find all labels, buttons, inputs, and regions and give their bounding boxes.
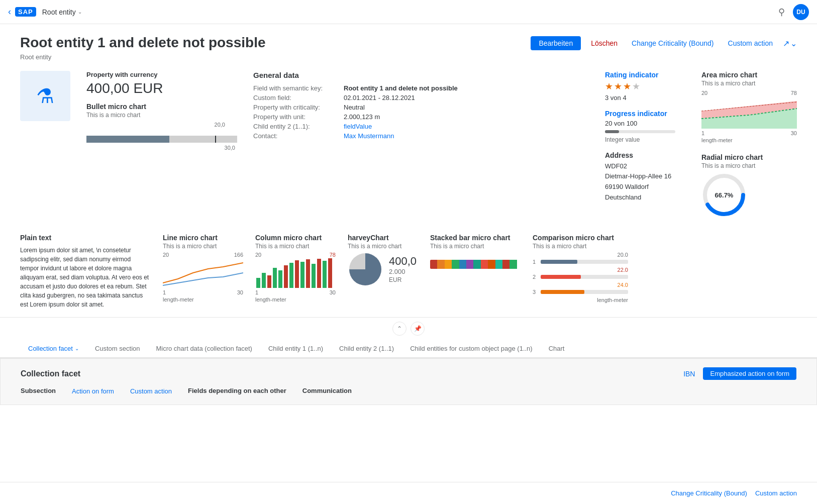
sap-logo-box: SAP	[15, 7, 36, 17]
stacked-seg-8	[481, 260, 488, 269]
line-chart-subtitle: This is a micro chart	[163, 243, 243, 250]
bullet-top-label: 20,0	[86, 122, 237, 128]
top-navigation: ‹ SAP Root entity ⌄ ⚲ DU	[0, 0, 817, 24]
radial-chart-label: 66.7%	[715, 191, 734, 198]
stacked-seg-4	[452, 260, 459, 269]
line-chart-unit: length-meter	[163, 296, 243, 303]
bearbeiten-button[interactable]: Bearbeiten	[531, 36, 581, 50]
nav-right: ⚲ DU	[778, 4, 809, 20]
column-chart-svg	[255, 258, 336, 288]
tab-label-3: Child entity 1 (1..n)	[268, 345, 323, 352]
star-4: ★	[632, 81, 640, 92]
svg-rect-11	[278, 270, 282, 288]
collapse-up-button[interactable]: ⌃	[392, 322, 406, 336]
pin-button[interactable]: 📌	[411, 322, 425, 336]
entity-label: Root entity	[42, 8, 76, 16]
comp-bar-fill-2	[541, 275, 581, 279]
plain-text-title: Plain text	[20, 234, 151, 242]
more-actions-button[interactable]: ⌄	[790, 39, 797, 48]
flask-icon: ⚗	[36, 84, 54, 108]
right-panel: Rating indicator ★ ★ ★ ★ 3 von 4 Progres…	[605, 71, 797, 218]
field-value-4[interactable]: fieldValue	[344, 123, 372, 130]
radial-chart-section: Radial micro chart This is a micro chart…	[701, 153, 797, 218]
change-criticality-button[interactable]: Change Criticality (Bound)	[628, 36, 718, 50]
ibn-button[interactable]: IBN	[679, 367, 699, 381]
area-chart-unit: length-meter	[701, 137, 797, 143]
sap-logo: SAP	[15, 7, 36, 17]
comp-mid-label: 22.0	[533, 267, 628, 273]
area-top-right: 78	[791, 90, 797, 96]
line-chart-container: 20 166 1 30	[163, 252, 243, 295]
comp-label-1: 1	[533, 259, 539, 265]
column-bottom-left: 1	[255, 289, 258, 295]
stacked-bar-subtitle: This is a micro chart	[430, 243, 521, 250]
property-currency-section: Property with currency 400,00 EUR Bullet…	[86, 71, 237, 218]
field-label-4: Child entity 2 (1..1):	[253, 123, 344, 130]
bullet-chart-section: Bullet micro chart This is a micro chart…	[86, 103, 237, 151]
column-chart-container: 20 78	[255, 252, 336, 295]
general-data-section: General data Field with semantic key: Ro…	[253, 71, 458, 218]
tab-col-action-form: Action on form	[72, 387, 114, 396]
tab-label-1: Custom section	[95, 345, 140, 352]
custom-action-button[interactable]: Custom action	[724, 36, 777, 50]
column-chart-subtitle: This is a micro chart	[255, 243, 336, 250]
tab-label-2: Micro chart data (collection facet)	[156, 345, 252, 352]
comparison-chart-title: Comparison micro chart	[533, 234, 628, 242]
field-label-2: Property with criticality:	[253, 104, 344, 111]
tab-child-entities-custom[interactable]: Child entities for custom object page (1…	[402, 340, 541, 358]
stacked-seg-6	[466, 260, 473, 269]
loschen-button[interactable]: Löschen	[587, 36, 622, 50]
svg-rect-10	[273, 268, 277, 288]
comparison-row-2: 2	[533, 274, 628, 280]
action-on-form-link[interactable]: Action on form	[72, 387, 114, 395]
tab-chevron-0: ⌄	[75, 346, 79, 351]
address-title: Address	[605, 151, 685, 159]
entity-nav[interactable]: Root entity ⌄	[42, 8, 82, 16]
tab-label-6: Chart	[549, 345, 565, 352]
back-button[interactable]: ‹	[8, 7, 11, 17]
stacked-bar-section: Stacked bar micro chart This is a micro …	[430, 234, 521, 309]
share-icon-button[interactable]: ↗	[783, 39, 789, 48]
stacked-seg-7	[473, 260, 480, 269]
rating-title[interactable]: Rating indicator	[605, 71, 685, 79]
custom-action-tab-link[interactable]: Custom action	[130, 387, 172, 395]
tab-micro-chart-data[interactable]: Micro chart data (collection facet)	[148, 340, 260, 358]
harvey-chart-svg	[348, 252, 383, 287]
page-actions: Bearbeiten Löschen Change Criticality (B…	[531, 36, 797, 50]
plain-text-section: Plain text Lorem ipsum dolor sit amet, \…	[20, 234, 151, 309]
area-bottom-right: 30	[791, 130, 797, 136]
tab-col-fields-depending: Fields depending on each other	[188, 387, 286, 396]
tab-child-entity-1[interactable]: Child entity 1 (1..n)	[260, 340, 331, 358]
tab-custom-section[interactable]: Custom section	[87, 340, 148, 358]
progress-title[interactable]: Progress indicator	[605, 110, 685, 118]
comp-bar-bg-1	[541, 260, 628, 264]
tab-columns: Subsection Action on form Custom action …	[21, 387, 796, 396]
bullet-chart	[86, 136, 237, 143]
tab-content-title: Collection facet	[21, 369, 80, 378]
bullet-marker	[215, 136, 216, 143]
comparison-row-1: 1	[533, 259, 628, 265]
progress-bar	[605, 130, 675, 133]
object-header-section: ⚗ Property with currency 400,00 EUR Bull…	[20, 71, 797, 218]
svg-rect-13	[289, 263, 293, 288]
column-chart-section: Column micro chart This is a micro chart…	[255, 234, 336, 309]
field-value-5[interactable]: Max Mustermann	[344, 132, 394, 140]
bullet-bottom-label: 30,0	[86, 145, 237, 151]
area-bottom-left: 1	[701, 130, 704, 136]
svg-rect-18	[317, 259, 321, 288]
emphasized-action-button[interactable]: Emphasized action on form	[703, 367, 796, 380]
field-value-0: Root entity 1 and delete not possible	[344, 84, 458, 92]
user-avatar[interactable]: DU	[793, 4, 809, 20]
collapse-controls: ⌃ 📌	[0, 317, 817, 340]
tab-child-entity-2[interactable]: Child entity 2 (1..1)	[331, 340, 402, 358]
stacked-seg-3	[445, 260, 452, 269]
radial-chart-subtitle: This is a micro chart	[701, 162, 797, 169]
area-top-left: 20	[701, 90, 707, 96]
search-icon[interactable]: ⚲	[778, 7, 785, 18]
tab-collection-facet[interactable]: Collection facet ⌄	[20, 340, 87, 358]
tab-content-area: Collection facet IBN Emphasized action o…	[0, 358, 817, 405]
field-value-3: 2.000,123 m	[344, 113, 380, 121]
comp-bar-bg-2	[541, 275, 628, 279]
field-row-2: Property with criticality: Neutral	[253, 104, 458, 111]
tab-chart[interactable]: Chart	[541, 340, 573, 358]
